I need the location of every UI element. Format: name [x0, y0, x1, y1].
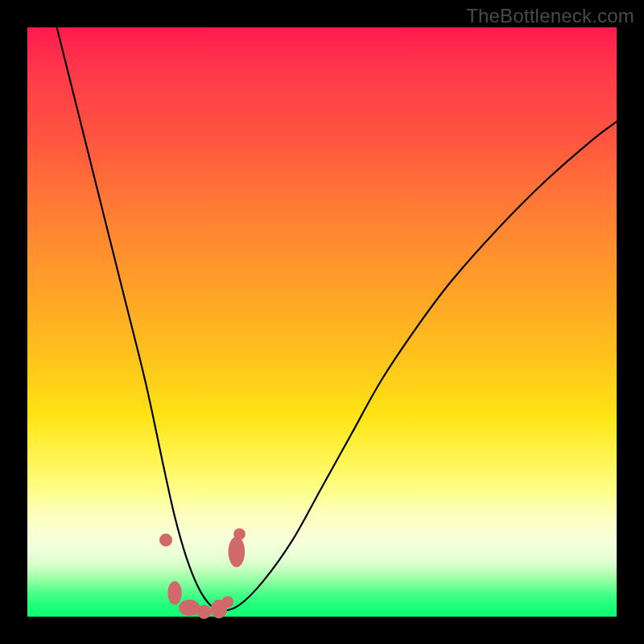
- marker-group: [159, 528, 246, 619]
- curve-marker: [197, 605, 212, 619]
- curve-marker: [222, 596, 234, 608]
- chart-frame: TheBottleneck.com: [0, 0, 644, 644]
- bottleneck-curve: [57, 27, 617, 611]
- curve-marker: [233, 528, 246, 540]
- curve-marker: [229, 536, 245, 567]
- attribution-label: TheBottleneck.com: [466, 5, 634, 27]
- curve-marker: [159, 534, 172, 547]
- plot-area: [27, 27, 617, 617]
- curve-marker: [179, 600, 200, 616]
- curve-marker: [167, 581, 182, 605]
- curve-layer: [27, 27, 617, 617]
